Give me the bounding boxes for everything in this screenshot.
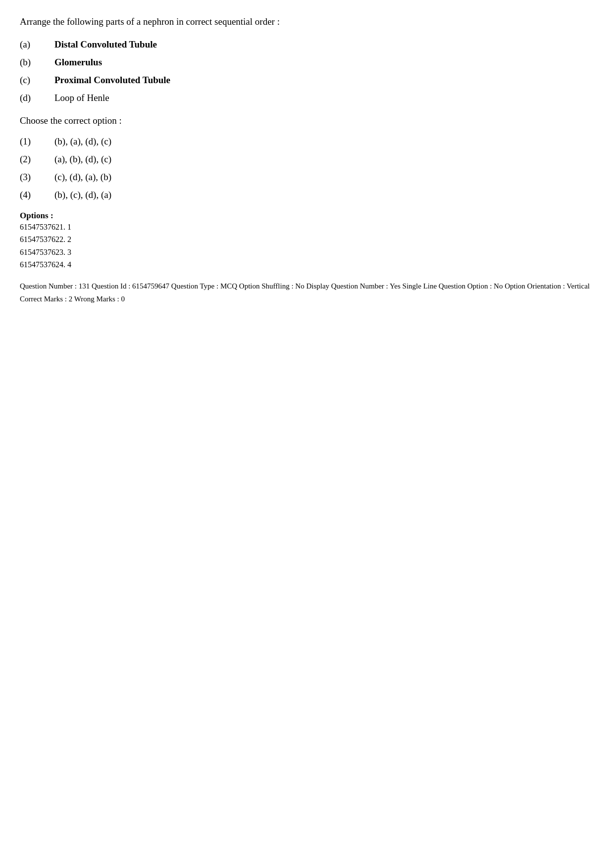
option-number: (4): [20, 190, 54, 200]
option-id: 61547537624. 4: [20, 258, 594, 271]
part-item: (b)Glomerulus: [20, 57, 594, 68]
part-label: (a): [20, 39, 54, 50]
option-number: (1): [20, 136, 54, 147]
part-label: (d): [20, 93, 54, 103]
question-text: Arrange the following parts of a nephron…: [20, 15, 594, 29]
options-label: Options :: [20, 211, 53, 220]
option-id: 61547537622. 2: [20, 233, 594, 246]
options-section: Options : 61547537621. 161547537622. 261…: [20, 210, 594, 271]
option-value: (c), (d), (a), (b): [54, 172, 111, 183]
option-item: (1)(b), (a), (d), (c): [20, 136, 594, 147]
option-value: (a), (b), (d), (c): [54, 154, 111, 165]
option-item: (4)(b), (c), (d), (a): [20, 190, 594, 200]
option-number: (2): [20, 154, 54, 165]
option-item: (2)(a), (b), (d), (c): [20, 154, 594, 165]
part-value: Glomerulus: [54, 57, 102, 68]
part-item: (d)Loop of Henle: [20, 93, 594, 103]
options-list: (1)(b), (a), (d), (c)(2)(a), (b), (d), (…: [20, 136, 594, 200]
question-container: Arrange the following parts of a nephron…: [20, 15, 594, 305]
meta-info: Question Number : 131 Question Id : 6154…: [20, 280, 594, 305]
part-label: (b): [20, 57, 54, 68]
part-label: (c): [20, 75, 54, 86]
option-value: (b), (a), (d), (c): [54, 136, 111, 147]
part-value: Proximal Convoluted Tubule: [54, 75, 170, 86]
part-value: Loop of Henle: [54, 93, 109, 103]
part-item: (a)Distal Convoluted Tubule: [20, 39, 594, 50]
option-value: (b), (c), (d), (a): [54, 190, 111, 200]
option-id: 61547537623. 3: [20, 246, 594, 259]
option-item: (3)(c), (d), (a), (b): [20, 172, 594, 183]
option-id: 61547537621. 1: [20, 221, 594, 234]
option-number: (3): [20, 172, 54, 183]
parts-list: (a)Distal Convoluted Tubule(b)Glomerulus…: [20, 39, 594, 103]
meta-line2: Correct Marks : 2 Wrong Marks : 0: [20, 293, 594, 305]
part-value: Distal Convoluted Tubule: [54, 39, 157, 50]
choose-text: Choose the correct option :: [20, 115, 594, 126]
part-item: (c)Proximal Convoluted Tubule: [20, 75, 594, 86]
meta-line1: Question Number : 131 Question Id : 6154…: [20, 280, 594, 292]
options-ids: 61547537621. 161547537622. 261547537623.…: [20, 221, 594, 271]
